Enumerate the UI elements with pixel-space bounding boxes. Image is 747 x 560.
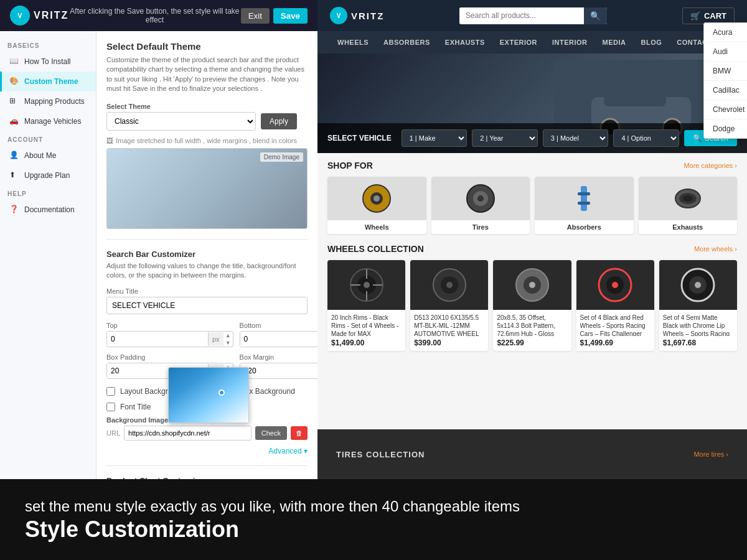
nav-interior[interactable]: INTERIOR: [545, 31, 595, 54]
apply-button[interactable]: Apply: [261, 113, 297, 129]
cart-icon: 🛒: [690, 11, 700, 21]
product-0[interactable]: 20 Inch Rims - Black Rims - Set of 4 Whe…: [327, 260, 405, 351]
product-4[interactable]: Set of 4 Semi Matte Black with Chrome Li…: [659, 260, 737, 351]
product-1[interactable]: D513 20X10 6X135/5.5 MT-BLK-MIL -12MM AU…: [410, 260, 488, 351]
category-exhausts[interactable]: Exhausts: [639, 177, 738, 234]
make-dropdown: Acura Audi BMW Cadillac Chevrolet Dodge: [703, 22, 747, 139]
palette-icon: 🎨: [9, 77, 19, 86]
product-2[interactable]: 20x8.5, 35 Offset, 5x114.3 Bolt Pattern,…: [493, 260, 571, 351]
top-unit: px: [208, 332, 223, 346]
sidebar-label-custom-theme: Custom Theme: [24, 77, 78, 86]
help-icon: ❓: [9, 205, 19, 215]
save-button[interactable]: Save: [273, 8, 308, 24]
tires-section-bar: TIRES COLLECTION More tires ›: [317, 429, 747, 479]
make-bmw[interactable]: BMW: [704, 62, 747, 81]
font-title-checkbox[interactable]: [106, 403, 115, 411]
nav-exterior[interactable]: EXTERIOR: [492, 31, 545, 54]
sidebar-item-upgrade-plan[interactable]: ⬆ Upgrade Plan: [0, 166, 96, 185]
product-1-img: [410, 260, 488, 310]
exit-button[interactable]: Exit: [241, 8, 270, 24]
make-cadillac[interactable]: Cadillac: [704, 81, 747, 100]
product-2-name: 20x8.5, 35 Offset, 5x114.3 Bolt Pattern,…: [497, 314, 567, 336]
model-select[interactable]: 3 | Model: [543, 129, 609, 147]
make-chevrolet[interactable]: Chevrolet: [704, 100, 747, 119]
sidebar-label-mapping-products: Mapping Products: [24, 97, 85, 106]
tires-more-link[interactable]: More tires ›: [693, 450, 728, 458]
year-select[interactable]: 2 | Year: [472, 129, 538, 147]
top-down[interactable]: ▼: [223, 339, 233, 347]
category-exhausts-label: Exhausts: [639, 220, 738, 234]
car-icon: 🚗: [9, 116, 19, 126]
bottom-input[interactable]: [240, 332, 317, 347]
option-select[interactable]: 4 | Option: [613, 129, 679, 147]
shop-logo-icon: V: [330, 7, 347, 24]
layout-bg-checkbox[interactable]: [106, 387, 115, 396]
wheels-more[interactable]: More wheels ›: [694, 245, 737, 253]
sidebar-item-mapping-products[interactable]: ⊞ Mapping Products: [0, 91, 96, 111]
sidebar-item-documentation[interactable]: ❓ Documentation: [0, 200, 96, 220]
svg-rect-11: [578, 192, 590, 195]
demo-label: Demo Image: [260, 152, 303, 162]
font-title-label: Font Title: [120, 403, 151, 411]
nav-absorbers[interactable]: ABSORBERS: [376, 31, 438, 54]
sidebar-label-how-to-install: How To Install: [24, 57, 70, 66]
svg-point-9: [477, 195, 484, 202]
category-absorbers[interactable]: Absorbers: [535, 177, 634, 234]
search-customizer-title: Search Bar Customizer: [106, 250, 308, 259]
svg-point-31: [612, 282, 618, 288]
check-button[interactable]: Check: [255, 426, 287, 440]
color-picker-overlay[interactable]: [168, 367, 249, 423]
shop-for-more[interactable]: More categories ›: [684, 162, 737, 169]
box-margin-input[interactable]: [240, 363, 317, 378]
product-4-price: $1,697.68: [663, 338, 733, 347]
shop-for-title: SHOP FOR: [327, 161, 373, 170]
cart-button[interactable]: 🛒 CART: [682, 7, 735, 24]
delete-bg-button[interactable]: 🗑: [291, 426, 308, 440]
grid-icon: ⊞: [9, 96, 19, 106]
make-dodge[interactable]: Dodge: [704, 119, 747, 138]
demo-note: 🖼 Image stretched to full width , wide m…: [106, 137, 308, 144]
category-exhausts-img: [639, 177, 738, 220]
category-tires[interactable]: Tires: [431, 177, 530, 234]
logo-text: VRITZ: [34, 10, 68, 21]
sidebar-item-how-to-install[interactable]: 📖 How To Install: [0, 52, 96, 72]
product-3-img: [576, 260, 654, 310]
category-absorbers-img: [535, 177, 634, 220]
theme-select[interactable]: Classic Modern Dark Light: [106, 112, 256, 131]
bottom-tagline: set the menu style exactly as you like, …: [25, 497, 722, 516]
product-0-name: 20 Inch Rims - Black Rims - Set of 4 Whe…: [331, 314, 402, 336]
advanced-link[interactable]: Advanced ▾: [106, 447, 308, 455]
product-1-name: D513 20X10 6X135/5.5 MT-BLK-MIL -12MM AU…: [414, 314, 484, 336]
shop-logo: V VRITZ: [330, 7, 384, 24]
top-up[interactable]: ▲: [223, 332, 233, 339]
book-icon: 📖: [9, 57, 19, 67]
product-3[interactable]: Set of 4 Black and Red Wheels - Sports R…: [576, 260, 654, 351]
category-tires-img: [431, 177, 530, 220]
search-button[interactable]: 🔍: [584, 7, 607, 24]
sidebar-item-manage-vehicles[interactable]: 🚗 Manage Vehicles: [0, 111, 96, 131]
svg-point-15: [683, 195, 693, 202]
nav-blog[interactable]: BLOG: [634, 31, 670, 54]
color-picker-dot[interactable]: [218, 390, 225, 396]
bottom-bar: set the menu style exactly as you like, …: [0, 479, 747, 560]
sidebar-section-baseics: BASEICS: [0, 37, 96, 52]
nav-wheels[interactable]: WHEELS: [330, 31, 376, 54]
top-input[interactable]: [107, 332, 208, 347]
svg-rect-1: [604, 85, 666, 106]
sidebar-item-custom-theme[interactable]: 🎨 Custom Theme: [0, 72, 96, 91]
make-audi[interactable]: Audi: [704, 42, 747, 62]
nav-exhausts[interactable]: EXHAUSTS: [438, 31, 492, 54]
sidebar-item-about-me[interactable]: 👤 About Me: [0, 146, 96, 166]
make-select[interactable]: 1 | Make: [402, 129, 467, 147]
menu-title-input[interactable]: [106, 297, 308, 314]
box-padding-label: Box Padding: [106, 353, 233, 361]
top-bar: V VRITZ After clicking the Save button, …: [0, 0, 317, 31]
menu-title-label: Menu Title: [106, 287, 308, 295]
category-wheels[interactable]: Wheels: [327, 177, 426, 234]
search-input[interactable]: [459, 7, 584, 24]
nav-media[interactable]: MEDIA: [595, 31, 634, 54]
make-acura[interactable]: Acura: [704, 23, 747, 42]
products-grid: 20 Inch Rims - Black Rims - Set of 4 Whe…: [327, 260, 737, 351]
product-3-price: $1,499.69: [580, 338, 651, 347]
bg-url-input[interactable]: [124, 426, 251, 441]
